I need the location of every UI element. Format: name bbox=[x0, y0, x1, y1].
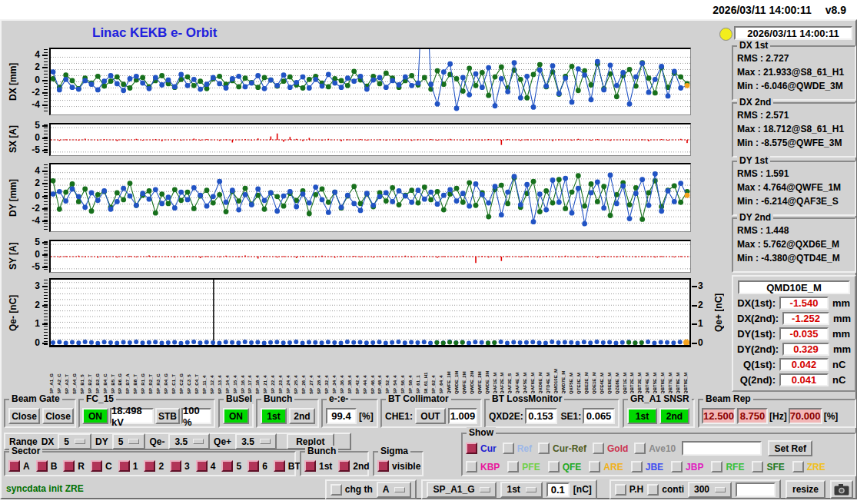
count-input[interactable] bbox=[736, 482, 776, 497]
checkbox[interactable] bbox=[671, 461, 683, 472]
bpm-name-label: SP_R2_T bbox=[148, 350, 154, 394]
bpm-name-label: SP_C3_5 bbox=[187, 350, 192, 394]
sigma-label: Sigma bbox=[378, 446, 410, 456]
dy-2nd-min: Min : -4.380@QTD4E_M bbox=[737, 251, 855, 265]
che1-out-button[interactable]: OUT bbox=[415, 408, 446, 424]
ref-name-input[interactable] bbox=[682, 441, 762, 456]
show-row1-checkboxes-gold: Gold bbox=[593, 443, 628, 454]
y-tick-label: -2 bbox=[22, 87, 40, 98]
checkbox[interactable] bbox=[507, 461, 519, 472]
bpm-name-label: SP_58_4 bbox=[408, 350, 414, 394]
chg-th-checkbox[interactable] bbox=[331, 484, 342, 496]
ph-checkbox[interactable] bbox=[615, 484, 626, 496]
sector-checkboxes: ABRC123456BT bbox=[5, 453, 294, 475]
range-dy-dropdown[interactable]: 5 bbox=[112, 433, 146, 449]
checkbox[interactable] bbox=[377, 460, 389, 472]
checkbox[interactable] bbox=[196, 460, 208, 472]
charge-threshold-input[interactable]: 0.1 bbox=[546, 482, 570, 497]
dx-2nd-min: Min : -8.575@QWFE_3M bbox=[737, 136, 855, 150]
checkbox[interactable] bbox=[63, 460, 75, 472]
qmd-dy1-label: DY(1st): bbox=[737, 328, 776, 340]
checkbox[interactable] bbox=[144, 460, 155, 472]
y-tick-label: 5 bbox=[22, 120, 40, 131]
sector-a-dropdown[interactable]: A bbox=[377, 482, 412, 498]
checkbox[interactable] bbox=[503, 443, 514, 454]
gr-a1-2nd-button[interactable]: 2nd bbox=[659, 408, 689, 424]
gr-a1-1st-button[interactable]: 1st bbox=[627, 408, 657, 424]
checkbox[interactable] bbox=[118, 460, 130, 472]
checkbox[interactable] bbox=[91, 460, 102, 472]
bpm-name-label: QBT5E_M bbox=[653, 350, 658, 394]
checkbox[interactable] bbox=[221, 460, 233, 472]
y-tick-mark bbox=[42, 138, 48, 139]
checkbox[interactable] bbox=[634, 443, 646, 454]
fc15-stb-button[interactable]: STB bbox=[155, 408, 180, 424]
bpm-name-label: SP_A4_G bbox=[72, 350, 78, 394]
sector-checkboxes-5: 5 bbox=[221, 460, 241, 472]
checkbox[interactable] bbox=[466, 461, 477, 472]
range-qe-minus-dropdown[interactable]: 3.5 bbox=[168, 433, 210, 449]
sp-device-dropdown[interactable]: SP_A1_G bbox=[427, 482, 497, 498]
y-tick-label: 5 bbox=[22, 237, 40, 247]
fc15-on-button[interactable]: ON bbox=[82, 408, 108, 424]
checkbox[interactable] bbox=[589, 461, 600, 472]
set-ref-button[interactable]: Set Ref bbox=[768, 440, 812, 456]
qe-series-svg bbox=[51, 280, 689, 345]
checkbox[interactable] bbox=[170, 460, 181, 472]
beam-gate-close-button-1[interactable]: Close bbox=[8, 408, 40, 424]
y-tick-mark bbox=[42, 104, 48, 106]
qmd-row: Q(2nd): 0.041 nC bbox=[737, 373, 851, 386]
bpm-name-label: SP_34_4 bbox=[332, 350, 337, 394]
resize-button[interactable]: resize bbox=[786, 480, 825, 499]
bt-collimator-label: BT Collimator bbox=[386, 393, 451, 404]
interval-dropdown[interactable]: 300 bbox=[688, 482, 732, 498]
y-tick-label: 0 bbox=[22, 132, 40, 143]
dy-chart: DY [mm] 420-2-4 bbox=[2, 163, 730, 232]
checkbox[interactable] bbox=[466, 443, 477, 454]
y-tick-label: 3 bbox=[22, 280, 40, 291]
fc15-group: FC_15 ON 18.498 kV STB 100 % bbox=[78, 399, 215, 428]
range-qe-plus-dropdown[interactable]: 3.5 bbox=[235, 433, 277, 449]
checkbox[interactable] bbox=[304, 460, 316, 472]
checkbox[interactable] bbox=[752, 461, 763, 472]
sector-checkboxes-2: 2 bbox=[144, 460, 164, 472]
qmd-dx2-label: DX(2nd): bbox=[737, 313, 779, 324]
qmd-title: QMD10E_M bbox=[738, 280, 850, 294]
y-tick-label: 0 bbox=[22, 75, 40, 85]
checkbox[interactable] bbox=[538, 443, 550, 454]
titlebar-version: v8.9 bbox=[825, 4, 846, 16]
checkbox[interactable] bbox=[711, 461, 722, 472]
checkbox[interactable] bbox=[338, 460, 350, 472]
dropdown-indicator-icon bbox=[394, 487, 405, 492]
dy-1st-rms: RMS : 1.591 bbox=[737, 167, 855, 181]
bpm-name-label: SP_B3_G bbox=[95, 350, 101, 394]
qmd-dy2-label: DY(2nd): bbox=[737, 343, 779, 355]
checkbox[interactable] bbox=[548, 461, 560, 472]
bpm-name-label: SP_B2_T bbox=[88, 350, 93, 394]
checkbox[interactable] bbox=[8, 460, 20, 472]
dx-1st-stats-group: DX 1st RMS : 2.727 Max : 21.933@S8_61_H1… bbox=[732, 45, 856, 101]
checkbox-label: RFE bbox=[726, 462, 744, 472]
sy-plot-area bbox=[49, 240, 691, 273]
bunch-order-dropdown[interactable]: 1st bbox=[500, 482, 542, 498]
camera-button[interactable] bbox=[830, 480, 853, 499]
bpm-name-label: QDE1E_M bbox=[592, 350, 597, 394]
checkbox[interactable] bbox=[247, 460, 259, 472]
dropdown-indicator-icon bbox=[75, 439, 85, 444]
beam-gate-close-button-2[interactable]: Close bbox=[42, 408, 74, 424]
checkbox[interactable] bbox=[274, 460, 285, 472]
beam-gate-group: Beam Gate Close Close bbox=[4, 399, 76, 428]
sector-checkboxes-r: R bbox=[63, 460, 85, 472]
range-dx-dropdown[interactable]: 5 bbox=[58, 433, 91, 449]
checkbox[interactable] bbox=[631, 461, 643, 472]
sector-checkboxes-c: C bbox=[91, 460, 112, 472]
qmd-dx1-value: -1.540 bbox=[779, 297, 829, 310]
checkbox[interactable] bbox=[36, 460, 48, 472]
busel-on-button[interactable]: ON bbox=[223, 408, 249, 424]
bunch-1st-button[interactable]: 1st bbox=[261, 408, 287, 424]
y-tick-mark bbox=[42, 220, 48, 222]
conti-checkbox[interactable] bbox=[647, 484, 659, 496]
checkbox[interactable] bbox=[792, 461, 804, 472]
checkbox[interactable] bbox=[593, 443, 604, 454]
bunch-2nd-button[interactable]: 2nd bbox=[289, 408, 315, 424]
